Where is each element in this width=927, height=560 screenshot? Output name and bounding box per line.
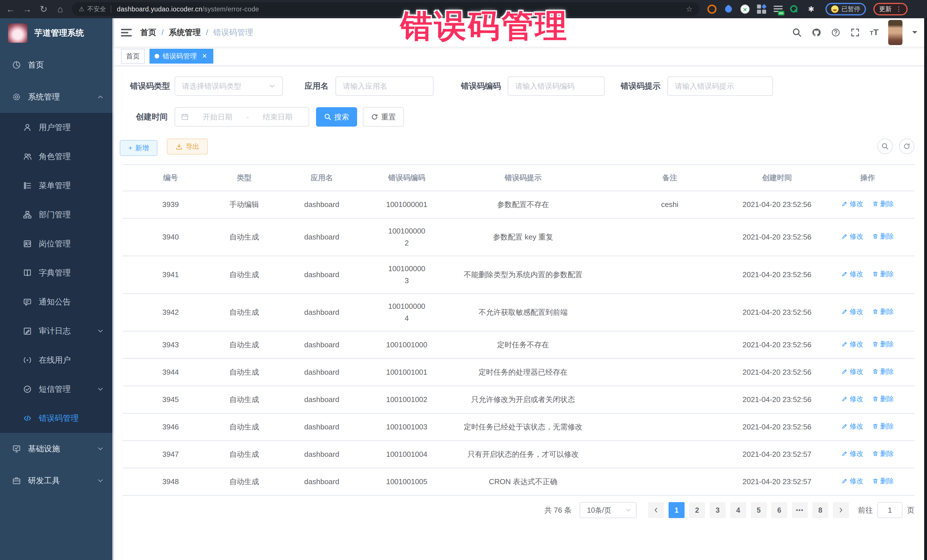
delete-link[interactable]: 删除 xyxy=(872,231,894,242)
delete-link[interactable]: 删除 xyxy=(872,339,894,349)
edit-link[interactable]: 修改 xyxy=(842,448,863,459)
cell-msg: 参数配置 key 重复 xyxy=(440,219,606,256)
page-button-6[interactable]: 6 xyxy=(771,502,787,518)
sidebar-item-8[interactable]: 通知公告 xyxy=(0,287,114,317)
font-size-icon[interactable]: TT xyxy=(870,27,878,38)
fullscreen-icon[interactable] xyxy=(850,28,860,37)
search-icon[interactable] xyxy=(792,28,802,37)
avatar[interactable] xyxy=(888,20,903,45)
edit-link[interactable]: 修改 xyxy=(842,306,863,317)
goto-page-input[interactable]: 1 xyxy=(877,502,903,518)
sidebar-item-11[interactable]: 短信管理 xyxy=(0,375,114,404)
update-badge[interactable]: 更新⋮ xyxy=(873,3,907,15)
page-button-3[interactable]: 3 xyxy=(710,502,726,518)
page-button-1[interactable]: 1 xyxy=(669,502,685,518)
sidebar-item-5[interactable]: 部门管理 xyxy=(0,200,114,229)
paused-badge[interactable]: 已暂停 xyxy=(825,3,866,15)
sidebar-item-9[interactable]: 审计日志 xyxy=(0,317,114,346)
sidebar-item-3[interactable]: 角色管理 xyxy=(0,142,114,171)
logo[interactable]: 芋道管理系统 xyxy=(0,21,114,46)
extension-grid-icon[interactable] xyxy=(757,5,766,14)
page-button-2[interactable]: 2 xyxy=(689,502,705,518)
sidebar-item-13[interactable]: 基础设施 xyxy=(0,433,114,465)
delete-link[interactable]: 删除 xyxy=(872,269,894,279)
chevron-down-icon xyxy=(97,328,104,334)
table-row: 3942 自动生成 dashboard 1001000004 不允许获取敏感配置… xyxy=(123,294,915,331)
extension-list-icon[interactable]: on xyxy=(774,5,783,14)
forward-icon[interactable]: → xyxy=(22,4,32,15)
delete-icon xyxy=(872,478,878,484)
chevron-down-icon xyxy=(97,445,104,452)
delete-link[interactable]: 删除 xyxy=(872,476,894,486)
add-button[interactable]: + 新增 xyxy=(120,140,158,156)
date-range-picker[interactable]: 开始日期 - 结束日期 xyxy=(175,107,309,127)
delete-link[interactable]: 删除 xyxy=(872,448,894,459)
tab-home[interactable]: 首页 xyxy=(121,49,145,64)
bookmark-star-icon[interactable]: ☆ xyxy=(686,5,693,14)
page-button-5[interactable]: 5 xyxy=(751,502,767,518)
extension-search-icon[interactable] xyxy=(790,5,799,14)
home-icon[interactable]: ⌂ xyxy=(55,4,65,15)
prev-page-button[interactable] xyxy=(648,502,664,518)
export-button[interactable]: 导出 xyxy=(167,138,208,155)
cell-type: 自动生成 xyxy=(219,359,270,386)
search-button[interactable]: 搜索 xyxy=(316,107,357,127)
reset-button[interactable]: 重置 xyxy=(363,107,404,127)
breadcrumb-system[interactable]: 系统管理 xyxy=(169,27,201,38)
page-button-8[interactable]: 8 xyxy=(812,502,828,518)
close-tab-icon[interactable]: ✕ xyxy=(201,52,208,60)
sidebar-item-4[interactable]: 菜单管理 xyxy=(0,171,114,200)
sidebar-item-0[interactable]: 首页 xyxy=(0,49,114,81)
sidebar-item-2[interactable]: 用户管理 xyxy=(0,113,114,142)
github-icon[interactable] xyxy=(812,28,821,37)
edit-link[interactable]: 修改 xyxy=(842,269,863,279)
back-icon[interactable]: ← xyxy=(6,4,15,15)
edit-link[interactable]: 修改 xyxy=(842,231,863,242)
delete-link[interactable]: 删除 xyxy=(872,199,894,209)
refresh-icon xyxy=(903,143,910,150)
delete-link[interactable]: 删除 xyxy=(872,421,894,432)
delete-link[interactable]: 删除 xyxy=(872,393,894,404)
app-name-input[interactable]: 请输入应用名 xyxy=(336,76,433,96)
refresh-table-button[interactable] xyxy=(899,138,915,154)
edit-link[interactable]: 修改 xyxy=(842,476,863,486)
edit-link[interactable]: 修改 xyxy=(842,421,863,432)
sidebar-item-10[interactable]: 在线用户 xyxy=(0,346,114,375)
menu-dots-icon[interactable]: ⋮ xyxy=(896,5,902,13)
extension-green-icon[interactable]: ✕ xyxy=(740,5,749,14)
page-scrollbar[interactable] xyxy=(924,18,927,560)
delete-link[interactable]: 删除 xyxy=(872,306,894,317)
edit-link[interactable]: 修改 xyxy=(842,339,863,349)
column-header-3: 错误码编码 xyxy=(374,165,440,191)
help-icon[interactable] xyxy=(831,28,840,37)
sidebar-item-1[interactable]: 系统管理 xyxy=(0,81,114,113)
extension-pin-icon[interactable] xyxy=(724,5,733,14)
sidebar-item-14[interactable]: 研发工具 xyxy=(0,465,114,497)
sidebar-item-7[interactable]: 字典管理 xyxy=(0,258,114,287)
edit-link[interactable]: 修改 xyxy=(842,393,863,404)
edit-link[interactable]: 修改 xyxy=(842,199,863,209)
sidebar-item-12[interactable]: 错误码管理 xyxy=(0,404,114,433)
page-size-select[interactable]: 10条/页 xyxy=(580,502,637,518)
edit-link[interactable]: 修改 xyxy=(842,366,863,377)
delete-link[interactable]: 删除 xyxy=(872,366,894,377)
breadcrumb-home[interactable]: 首页 xyxy=(140,27,156,38)
caret-down-icon[interactable] xyxy=(912,31,917,36)
cell-msg: 不允许获取敏感配置到前端 xyxy=(440,294,606,331)
more-pages-button[interactable]: ••• xyxy=(792,502,808,518)
show-search-button[interactable] xyxy=(877,138,893,154)
page-button-4[interactable]: 4 xyxy=(730,502,746,518)
error-code-input[interactable]: 请输入错误码编码 xyxy=(508,76,605,96)
error-type-select[interactable]: 请选择错误码类型 xyxy=(175,76,283,96)
sidebar-item-6[interactable]: 岗位管理 xyxy=(0,229,114,258)
cell-time: 2021-04-20 23:52:56 xyxy=(733,331,821,359)
extension-paw-icon[interactable]: ✱ xyxy=(807,5,816,14)
hamburger-icon[interactable] xyxy=(121,27,132,38)
next-page-button[interactable] xyxy=(833,502,849,518)
url-bar[interactable]: ⚠ 不安全 dashboard.yudao.iocoder.cn/system/… xyxy=(72,2,699,16)
tab-error-code[interactable]: 错误码管理✕ xyxy=(149,49,213,64)
extension-orange-icon[interactable] xyxy=(707,5,716,14)
reload-icon[interactable]: ↻ xyxy=(39,4,49,15)
column-header-4: 错误码提示 xyxy=(440,165,606,191)
error-msg-input[interactable]: 请输入错误码提示 xyxy=(667,76,773,96)
